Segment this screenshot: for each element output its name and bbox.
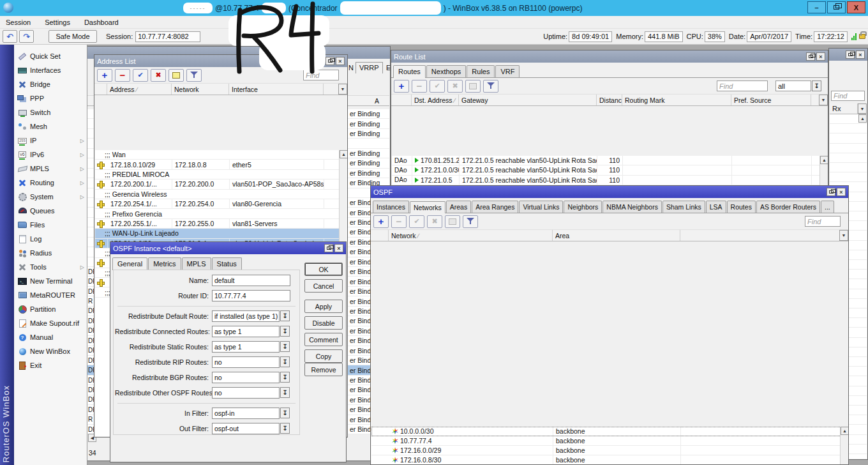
table-row[interactable]: 10.77.77.4 backbone (371, 436, 848, 446)
enable-button[interactable]: ✔ (133, 69, 148, 82)
dropdown-icon[interactable]: ↧ (280, 341, 290, 352)
tab[interactable]: Area Ranges (472, 201, 518, 213)
tab[interactable]: Status (212, 257, 242, 270)
combo-input[interactable]: no (212, 356, 280, 368)
tab[interactable]: Metrics (148, 257, 181, 270)
dialog-button[interactable]: Comment (304, 333, 343, 346)
column-dropdown-icon[interactable]: ▼ (338, 84, 347, 95)
tab[interactable]: Routes (727, 201, 756, 213)
disable-button[interactable]: ✖ (447, 80, 463, 93)
filter-button[interactable] (186, 69, 202, 82)
minimize-button[interactable]: – (807, 1, 826, 13)
sidebar-item[interactable]: Quick Set ▷ (14, 49, 87, 63)
tab[interactable]: MPLS (182, 257, 211, 270)
sidebar-item[interactable]: Mesh ▷ (14, 119, 87, 133)
add-button[interactable]: + (97, 69, 112, 82)
tab[interactable]: Areas (446, 201, 471, 213)
dialog-button[interactable]: Apply (304, 300, 343, 313)
remove-button[interactable]: − (412, 80, 427, 93)
tab[interactable]: VRF (495, 65, 520, 77)
enable-button[interactable]: ✔ (409, 215, 424, 228)
scroll-up-button[interactable]: ▲ (841, 427, 849, 435)
close-button[interactable]: × (334, 244, 343, 252)
dropdown-icon[interactable]: ↧ (280, 423, 290, 434)
column-dst-address[interactable]: Dst. Address∕ (412, 95, 459, 105)
close-button[interactable]: × (816, 52, 825, 61)
dropdown-icon[interactable]: ↧ (280, 326, 290, 337)
sidebar-item[interactable]: Routing ▷ (14, 176, 87, 190)
table-row[interactable]: 10.0.0.0/30 backbone (371, 427, 848, 436)
tab[interactable]: AS Border Routers (756, 201, 820, 213)
table-row[interactable]: 172.20.255.1/... 172.20.255.0 vlan81-Ser… (95, 219, 347, 229)
sidebar-item[interactable]: Exit ▷ (14, 358, 87, 372)
table-row[interactable]: DAo 172.21.0.0/30 172.21.0.5 reachable v… (392, 165, 827, 175)
column-pref-source[interactable]: Pref. Source (731, 95, 811, 105)
add-button[interactable]: + (373, 215, 389, 228)
column-network[interactable]: Network (172, 84, 229, 95)
tab-fragment[interactable]: N (348, 64, 354, 72)
dropdown-icon[interactable]: ↧ (812, 80, 821, 91)
column-gateway[interactable]: Gateway (459, 95, 597, 105)
table-row[interactable]: ;;; Gerencia Wireless (95, 190, 347, 199)
session-value[interactable]: 10.77.77.4:8082 (135, 31, 200, 42)
dropdown-icon[interactable]: ↧ (280, 387, 290, 398)
tab[interactable]: Networks (410, 201, 445, 213)
route-list-titlebar[interactable]: Route List × (391, 50, 828, 63)
safe-mode-button[interactable]: Safe Mode (49, 30, 97, 43)
text-input[interactable]: 10.77.77.4 (212, 290, 290, 301)
sidebar-item[interactable]: Log ▷ (14, 232, 87, 246)
sidebar-item[interactable]: Files ▷ (14, 218, 87, 232)
restore-button[interactable] (324, 244, 333, 252)
column-dropdown-icon[interactable]: ▼ (819, 95, 828, 105)
dialog-button[interactable]: Cancel (304, 279, 343, 293)
dialog-titlebar[interactable]: OSPF Instance <default> × (110, 242, 346, 254)
restore-button[interactable] (806, 52, 815, 61)
route-filter-select[interactable]: all ↧ (775, 80, 821, 91)
close-button[interactable]: × (336, 57, 345, 65)
tab[interactable]: Sham Links (662, 201, 705, 213)
column-network[interactable]: Network∕ (389, 230, 553, 241)
dialog-button[interactable]: Copy (304, 349, 343, 363)
dialog-button[interactable]: OK (304, 263, 343, 276)
close-button[interactable]: X (847, 1, 865, 13)
dropdown-icon[interactable]: ↧ (280, 310, 290, 321)
enable-button[interactable]: ✔ (430, 80, 445, 93)
column-rx[interactable]: Rx (830, 103, 858, 114)
close-button[interactable]: × (837, 188, 846, 196)
sidebar-item[interactable]: Tools ▷ (14, 260, 87, 274)
scrollbar[interactable]: ▲ (840, 427, 848, 464)
search-input[interactable]: Find (303, 70, 339, 80)
sidebar-item[interactable]: New Terminal ▷ (14, 274, 87, 288)
filter-button[interactable] (463, 215, 478, 228)
search-input[interactable]: Find (805, 216, 841, 227)
disable-button[interactable]: ✖ (427, 215, 442, 228)
table-row[interactable]: 172.18.0.10/29 172.18.0.8 ether5 (95, 160, 347, 169)
sidebar-item[interactable]: New WinBox ▷ (14, 344, 87, 358)
table-row[interactable]: 172.20.200.1/... 172.20.200.0 vlan501-PO… (95, 179, 347, 189)
sidebar-item[interactable]: IP ▷ (14, 133, 87, 148)
sidebar-item[interactable]: MetaROUTER ▷ (14, 288, 87, 302)
column-distance[interactable]: Distance∕ (597, 95, 622, 105)
column-dropdown-icon[interactable]: ▼ (839, 230, 848, 241)
comment-button[interactable] (465, 80, 481, 93)
dropdown-icon[interactable]: ↧ (280, 372, 290, 383)
tab[interactable]: ... (821, 201, 834, 213)
sidebar-item[interactable]: Queues ▷ (14, 204, 87, 218)
close-icon[interactable]: × (856, 50, 865, 59)
comment-button[interactable] (445, 215, 460, 228)
scroll-up-button[interactable]: ▲ (820, 156, 828, 164)
column-routing-mark[interactable]: Routing Mark (622, 95, 731, 105)
column-area[interactable]: Area (553, 230, 680, 241)
tab[interactable]: General (112, 257, 147, 270)
tab[interactable]: Nexthops (426, 65, 466, 77)
tab[interactable]: Routes (393, 65, 426, 78)
scroll-up-button[interactable]: ▲ (858, 114, 867, 123)
dropdown-icon[interactable]: ↧ (280, 408, 290, 418)
table-row[interactable]: DAo 170.81.251.254 172.21.0.5 reachable … (392, 156, 827, 165)
sidebar-item[interactable]: PPP ▷ (14, 91, 87, 105)
restore-button[interactable] (846, 50, 855, 59)
combo-input[interactable]: as type 1 (212, 341, 280, 353)
table-row[interactable]: 172.16.0.0/29 backbone (371, 446, 848, 455)
dialog-button[interactable]: Disable (304, 316, 343, 330)
filter-button[interactable] (483, 80, 498, 93)
